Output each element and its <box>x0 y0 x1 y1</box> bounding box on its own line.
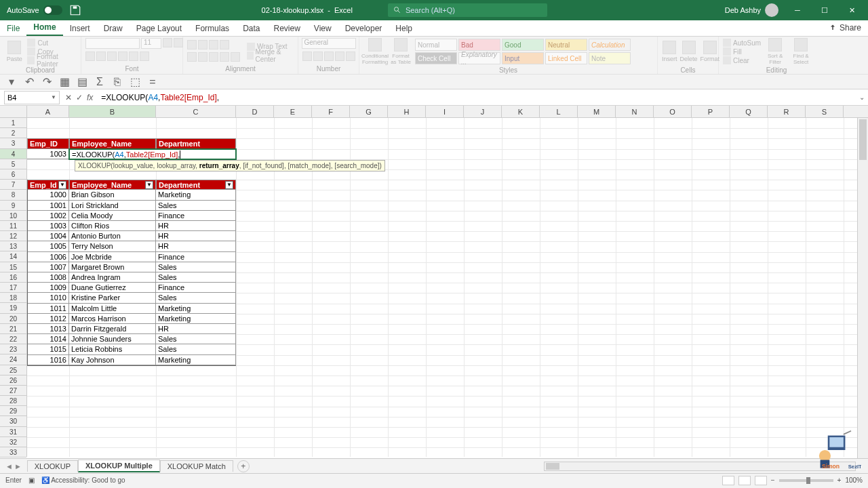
style-bad[interactable]: Bad <box>458 39 500 51</box>
format-painter-button[interactable]: Format Painter <box>27 56 77 64</box>
row-header-14[interactable]: 14 <box>0 251 26 262</box>
result-header-dept[interactable]: Department <box>156 138 236 148</box>
align-top-icon[interactable] <box>187 40 197 49</box>
table-cell[interactable]: Johnnie Saunders <box>69 334 156 344</box>
currency-icon[interactable] <box>302 52 312 61</box>
table-cell[interactable]: 1000 <box>27 190 69 200</box>
editing-cell[interactable]: =XLOOKUP(A4,Table2[Emp_Id], <box>69 149 236 159</box>
style-good[interactable]: Good <box>502 39 544 51</box>
table-cell[interactable]: 1015 <box>27 344 69 354</box>
row-header-13[interactable]: 13 <box>0 241 26 251</box>
column-header-M[interactable]: M <box>578 106 616 117</box>
percent-icon[interactable] <box>313 52 323 61</box>
column-header-L[interactable]: L <box>540 106 578 117</box>
tab-file[interactable]: File <box>0 21 26 36</box>
orientation-icon[interactable] <box>220 40 229 49</box>
table-cell[interactable]: Marketing <box>156 314 236 324</box>
filter-button[interactable]: ▼ <box>225 181 233 189</box>
scrollbar-thumb[interactable] <box>546 463 559 470</box>
italic-icon[interactable] <box>96 52 106 61</box>
qat-icon-2[interactable]: ▤ <box>76 77 88 87</box>
paste-button[interactable]: Paste <box>4 38 24 65</box>
sheet-tab-2[interactable]: XLOOKUP Multiple <box>78 460 160 472</box>
row-header-29[interactable]: 29 <box>0 406 26 416</box>
row-header-25[interactable]: 25 <box>0 365 26 375</box>
qat-icon-1[interactable]: ▦ <box>58 77 71 87</box>
table-cell[interactable]: HR <box>156 324 236 334</box>
column-header-S[interactable]: S <box>806 106 844 117</box>
conditional-formatting-button[interactable]: Conditional Formatting <box>363 38 387 65</box>
tab-data[interactable]: Data <box>236 21 267 36</box>
row-header-6[interactable]: 6 <box>0 169 26 180</box>
table-header-name[interactable]: Employee_Name▼ <box>69 180 156 190</box>
cancel-formula-button[interactable]: ✕ <box>65 93 72 102</box>
row-header-18[interactable]: 18 <box>0 293 26 303</box>
table-cell[interactable]: 1006 <box>27 252 69 262</box>
name-box[interactable]: B4▼ <box>4 91 60 104</box>
fill-color-icon[interactable] <box>129 52 138 61</box>
table-cell[interactable]: 1012 <box>27 314 69 324</box>
table-cell[interactable]: Finance <box>156 211 236 221</box>
qat-icon-5[interactable]: ⬚ <box>129 77 141 87</box>
delete-cells-button[interactable]: Delete <box>680 38 698 65</box>
align-right-icon[interactable] <box>209 52 218 62</box>
align-middle-icon[interactable] <box>198 40 208 49</box>
user-name[interactable]: Deb Ashby <box>725 6 761 14</box>
table-cell[interactable]: 1010 <box>27 293 69 303</box>
sheet-nav-prev[interactable]: ◄ <box>5 462 13 470</box>
style-input[interactable]: Input <box>502 52 544 64</box>
row-header-15[interactable]: 15 <box>0 262 26 272</box>
fill-button[interactable]: Fill <box>723 47 761 56</box>
tab-review[interactable]: Review <box>267 21 307 36</box>
row-header-20[interactable]: 20 <box>0 314 26 324</box>
comma-icon[interactable] <box>324 52 334 61</box>
table-cell[interactable]: 1005 <box>27 241 69 251</box>
inc-decimal-icon[interactable] <box>335 52 344 61</box>
format-as-table-button[interactable]: Format as Table <box>389 38 412 65</box>
table-cell[interactable]: Sales <box>156 293 236 303</box>
row-header-1[interactable]: 1 <box>0 118 26 128</box>
row-header-2[interactable]: 2 <box>0 128 26 138</box>
view-normal-button[interactable] <box>722 476 734 485</box>
column-header-I[interactable]: I <box>426 106 464 117</box>
table-cell[interactable]: Antonio Burton <box>69 231 156 241</box>
style-explanatory[interactable]: Explanatory ... <box>458 52 500 64</box>
zoom-slider[interactable] <box>779 479 833 482</box>
formula-input[interactable]: =XLOOKUP(A4,Table2[Emp_Id], <box>98 93 856 102</box>
style-note[interactable]: Note <box>589 52 631 64</box>
column-header-P[interactable]: P <box>692 106 730 117</box>
save-icon[interactable] <box>69 4 81 16</box>
result-header-empid[interactable]: Emp_ID <box>27 138 69 148</box>
table-cell[interactable]: 1016 <box>27 355 69 365</box>
minimize-button[interactable]: ─ <box>784 0 811 20</box>
view-page-layout-button[interactable] <box>738 476 751 485</box>
align-center-icon[interactable] <box>198 52 208 62</box>
row-header-30[interactable]: 30 <box>0 416 26 426</box>
row-header-32[interactable]: 32 <box>0 437 26 447</box>
column-header-R[interactable]: R <box>768 106 806 117</box>
table-cell[interactable]: Clifton Rios <box>69 221 156 231</box>
column-header-H[interactable]: H <box>388 106 426 117</box>
font-size-selector[interactable]: 11 <box>141 38 161 49</box>
tab-developer[interactable]: Developer <box>338 21 389 36</box>
row-header-26[interactable]: 26 <box>0 375 26 386</box>
clear-button[interactable]: Clear <box>723 56 761 64</box>
row-header-17[interactable]: 17 <box>0 283 26 293</box>
style-calculation[interactable]: Calculation <box>589 39 631 51</box>
row-header-8[interactable]: 8 <box>0 190 26 200</box>
share-button[interactable]: Share <box>829 23 861 33</box>
autosum-button[interactable]: AutoSum <box>723 39 761 47</box>
enter-formula-button[interactable]: ✓ <box>76 93 83 102</box>
table-cell[interactable]: 1011 <box>27 304 69 314</box>
format-cells-button[interactable]: Format <box>701 38 720 65</box>
select-all-corner[interactable] <box>0 106 27 117</box>
sheet-nav-next[interactable]: ► <box>14 462 22 470</box>
table-cell[interactable]: Brian Gibson <box>69 190 156 200</box>
table-cell[interactable]: Terry Nelson <box>69 241 156 251</box>
table-cell[interactable]: Marketing <box>156 304 236 314</box>
decrease-font-icon[interactable] <box>174 38 183 47</box>
row-header-5[interactable]: 5 <box>0 159 26 169</box>
row-header-19[interactable]: 19 <box>0 303 26 313</box>
dec-decimal-icon[interactable] <box>346 52 355 61</box>
row-header-28[interactable]: 28 <box>0 396 26 406</box>
